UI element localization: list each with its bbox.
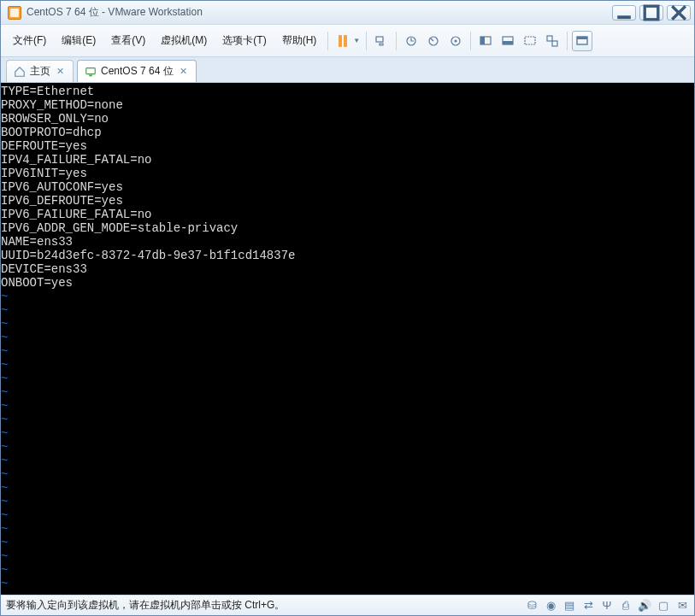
menu-view[interactable]: 查看(V): [104, 30, 152, 51]
menu-edit[interactable]: 编辑(E): [55, 30, 103, 51]
app-window: CentOS 7 64 位 - VMware Workstation 文件(F)…: [0, 0, 695, 616]
home-icon: [14, 66, 26, 78]
close-icon[interactable]: ✕: [55, 66, 66, 77]
network-icon[interactable]: ⇄: [581, 599, 595, 613]
menu-help[interactable]: 帮助(H): [275, 30, 324, 51]
status-icons: ⛁ ◉ ▤ ⇄ Ψ ⎙ 🔊 ▢ ✉: [525, 599, 689, 613]
stretch-icon[interactable]: [520, 31, 540, 51]
display-icon[interactable]: ▢: [657, 599, 670, 613]
close-icon[interactable]: ✕: [178, 66, 189, 77]
usb-icon[interactable]: Ψ: [600, 599, 614, 613]
svg-rect-17: [89, 74, 92, 76]
close-button[interactable]: [667, 5, 691, 21]
fullscreen-button[interactable]: [572, 31, 592, 51]
svg-point-6: [455, 39, 457, 42]
cd-icon[interactable]: ◉: [544, 599, 557, 613]
minimize-button[interactable]: [612, 5, 636, 21]
separator: [567, 32, 568, 50]
svg-rect-13: [552, 41, 557, 46]
separator: [366, 32, 367, 50]
app-icon: [8, 6, 21, 20]
menubar: 文件(F) 编辑(E) 查看(V) 虚拟机(M) 选项卡(T) 帮助(H) ▼: [1, 25, 694, 57]
svg-rect-11: [525, 37, 535, 44]
tab-vm-label: CentOS 7 64 位: [101, 64, 174, 79]
svg-rect-16: [86, 67, 96, 73]
fit-window-icon[interactable]: [498, 31, 518, 51]
separator: [396, 32, 397, 50]
status-text: 要将输入定向到该虚拟机，请在虚拟机内部单击或按 Ctrl+G。: [6, 598, 525, 613]
separator: [470, 32, 471, 50]
svg-rect-8: [480, 37, 485, 44]
message-icon[interactable]: ✉: [675, 599, 689, 613]
svg-rect-2: [376, 37, 383, 42]
tabbar: 主页 ✕ CentOS 7 64 位 ✕: [1, 57, 694, 83]
svg-rect-15: [577, 37, 587, 39]
titlebar: CentOS 7 64 位 - VMware Workstation: [1, 1, 694, 25]
tab-home-label: 主页: [30, 64, 50, 79]
floppy-icon[interactable]: ▤: [562, 599, 576, 613]
snapshot-icon[interactable]: [401, 31, 421, 51]
tab-home[interactable]: 主页 ✕: [6, 60, 74, 82]
svg-rect-1: [645, 6, 658, 20]
menu-tabs[interactable]: 选项卡(T): [215, 30, 273, 51]
window-title: CentOS 7 64 位 - VMware Workstation: [25, 5, 612, 20]
menu-file[interactable]: 文件(F): [6, 30, 53, 51]
pause-button[interactable]: [333, 31, 353, 51]
maximize-button[interactable]: [639, 5, 663, 21]
unity-icon[interactable]: [542, 31, 562, 51]
window-controls: [612, 5, 691, 21]
separator: [327, 32, 328, 50]
printer-icon[interactable]: ⎙: [619, 599, 633, 613]
statusbar: 要将输入定向到该虚拟机，请在虚拟机内部单击或按 Ctrl+G。 ⛁ ◉ ▤ ⇄ …: [1, 595, 694, 615]
vm-icon: [85, 66, 97, 78]
menu-vm[interactable]: 虚拟机(M): [154, 30, 214, 51]
chevron-down-icon[interactable]: ▼: [353, 37, 360, 44]
terminal-view[interactable]: TYPE=Ethernet PROXY_METHOD=none BROWSER_…: [1, 83, 694, 595]
sound-icon[interactable]: 🔊: [638, 599, 651, 613]
snapshot-revert-icon[interactable]: [423, 31, 444, 51]
svg-rect-10: [503, 41, 513, 44]
send-keys-icon[interactable]: [371, 31, 392, 51]
fit-guest-icon[interactable]: [475, 31, 496, 51]
snapshot-manager-icon[interactable]: [445, 31, 466, 51]
disk-icon[interactable]: ⛁: [525, 599, 539, 613]
tab-vm[interactable]: CentOS 7 64 位 ✕: [77, 60, 197, 82]
svg-rect-12: [547, 36, 552, 41]
